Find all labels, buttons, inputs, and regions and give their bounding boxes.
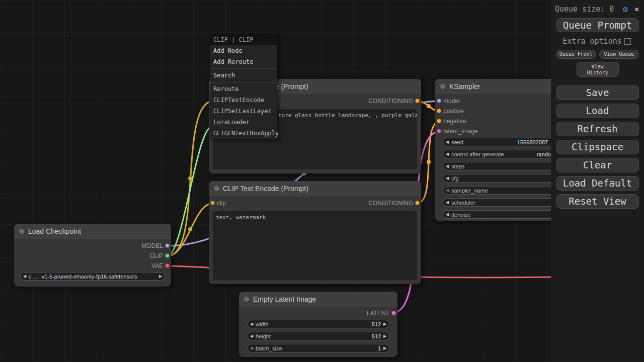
menu-item-search[interactable]: Search xyxy=(210,70,277,81)
decrement-arrow-icon[interactable]: ◀ xyxy=(248,346,256,350)
save-button[interactable]: Save xyxy=(556,85,639,100)
input-label-latent-image: latent_image xyxy=(443,128,478,134)
extra-options-checkbox[interactable] xyxy=(624,38,631,45)
port-clip-input[interactable] xyxy=(210,201,215,205)
port-negative-input[interactable] xyxy=(437,119,441,123)
output-label-conditioning: CONDITIONING xyxy=(368,98,413,104)
port-conditioning-output[interactable] xyxy=(415,201,420,205)
widget-label: width xyxy=(256,321,269,327)
settings-gear-icon[interactable]: ⚙ xyxy=(623,4,628,14)
widget-label: seed xyxy=(451,139,463,145)
port-latent-image-input[interactable] xyxy=(437,129,441,133)
widget-label: control after generate xyxy=(451,151,504,157)
widget-label: c ... xyxy=(29,274,38,280)
collapse-dot-icon[interactable] xyxy=(214,186,219,191)
node-graph-canvas[interactable]: Load Checkpoint MODEL CLIP VAE ◀ c ... v… xyxy=(0,0,644,362)
port-model-input[interactable] xyxy=(437,99,441,103)
decrement-arrow-icon[interactable]: ◀ xyxy=(443,188,451,193)
collapse-dot-icon[interactable] xyxy=(440,84,445,89)
node-title-bar[interactable]: CLIP Text Encode (Prompt) xyxy=(209,181,421,196)
menu-item-add-reroute[interactable]: Add Reroute xyxy=(210,56,277,67)
widget-value: 1566802087 xyxy=(517,139,548,145)
wire-conditioning-negative-midpoint xyxy=(427,160,431,164)
port-latent-output[interactable] xyxy=(391,311,396,315)
node-empty-latent-image[interactable]: Empty Latent Image LATENT ◀ width 512 ▶ … xyxy=(239,292,397,357)
load-button[interactable]: Load xyxy=(556,104,639,118)
node-title: CLIP Text Encode (Prompt) xyxy=(223,185,308,193)
load-default-button[interactable]: Load Default xyxy=(556,176,639,191)
port-positive-input[interactable] xyxy=(437,109,441,113)
clipspace-button[interactable]: Clipspace xyxy=(556,140,639,154)
decrement-arrow-icon[interactable]: ◀ xyxy=(248,334,256,338)
increment-arrow-icon[interactable]: ▶ xyxy=(381,334,389,338)
batch-size-widget[interactable]: ◀ batch_size 1 ▶ xyxy=(247,344,389,352)
input-label-clip: clip xyxy=(217,200,226,206)
widget-label: cfg xyxy=(451,175,459,182)
wire-clip-2-midpoint xyxy=(188,227,192,231)
ckpt-name-widget[interactable]: ◀ c ... v1-5-pruned-emaonly-fp16.safeten… xyxy=(20,272,165,281)
menu-item-loraloader[interactable]: LoraLoader xyxy=(210,117,277,128)
queue-size-label: Queue size: 0 xyxy=(555,5,623,14)
port-vae-output[interactable] xyxy=(165,263,170,268)
widget-label: sampler_name xyxy=(451,188,488,194)
output-label-clip: CLIP xyxy=(149,253,163,259)
decrement-arrow-icon[interactable]: ◀ xyxy=(443,164,451,168)
menu-item-clipsetlastlayer[interactable]: CLIPSetLastLayer xyxy=(210,106,277,117)
node-load-checkpoint[interactable]: Load Checkpoint MODEL CLIP VAE ◀ c ... v… xyxy=(14,224,171,287)
input-label-positive: positive xyxy=(443,108,464,114)
widget-label: denoise xyxy=(451,212,471,218)
extra-options-label: Extra options xyxy=(562,37,621,46)
comfyui-menu-panel: Queue size: 0 ⚙ ✕ Queue Prompt Extra opt… xyxy=(551,0,644,362)
decrement-arrow-icon[interactable]: ◀ xyxy=(21,274,29,279)
decrement-arrow-icon[interactable]: ◀ xyxy=(443,212,451,217)
output-label-vae: VAE xyxy=(151,263,163,269)
node-title-bar[interactable]: Load Checkpoint xyxy=(14,224,171,239)
increment-arrow-icon[interactable]: ▶ xyxy=(381,346,389,350)
decrement-arrow-icon[interactable]: ◀ xyxy=(443,152,451,156)
decrement-arrow-icon[interactable]: ◀ xyxy=(443,140,451,144)
refresh-button[interactable]: Refresh xyxy=(556,122,639,136)
decrement-arrow-icon[interactable]: ◀ xyxy=(443,176,451,180)
output-label-conditioning: CONDITIONING xyxy=(368,200,413,206)
node-clip-text-encode-2[interactable]: CLIP Text Encode (Prompt) clip CONDITION… xyxy=(209,181,421,284)
height-widget[interactable]: ◀ height 512 ▶ xyxy=(247,332,389,340)
view-queue-button[interactable]: View Queue xyxy=(599,50,639,59)
input-label-negative: negative xyxy=(443,118,466,124)
widget-label: height xyxy=(256,333,271,339)
menu-item-reroute[interactable]: Reroute xyxy=(210,83,277,95)
input-label-model: model xyxy=(443,98,460,104)
link-release-context-menu: CLIP | CLIP Add Node Add Reroute Search … xyxy=(210,34,277,139)
menu-separator xyxy=(210,68,277,69)
decrement-arrow-icon[interactable]: ◀ xyxy=(443,200,451,205)
close-icon[interactable]: ✕ xyxy=(634,5,639,14)
queue-front-button[interactable]: Queue Front xyxy=(556,50,596,59)
reset-view-button[interactable]: Reset View xyxy=(556,194,639,209)
menu-item-add-node[interactable]: Add Node xyxy=(210,45,277,56)
node-title: Load Checkpoint xyxy=(28,227,81,235)
menu-item-cliptextencode[interactable]: CLIPTextEncode xyxy=(210,95,277,106)
port-clip-output[interactable] xyxy=(165,253,170,258)
port-model-output[interactable] xyxy=(165,243,170,248)
queue-prompt-button[interactable]: Queue Prompt xyxy=(556,18,639,32)
node-title: Empty Latent Image xyxy=(253,295,316,303)
decrement-arrow-icon[interactable]: ◀ xyxy=(248,322,256,326)
widget-label: batch_size xyxy=(256,345,282,351)
collapse-dot-icon[interactable] xyxy=(19,229,24,234)
increment-arrow-icon[interactable]: ▶ xyxy=(381,322,389,326)
node-title-bar[interactable]: Empty Latent Image xyxy=(239,292,397,307)
widget-label: scheduler xyxy=(451,200,475,206)
menu-separator xyxy=(210,82,277,82)
wire-clip-dragging xyxy=(168,127,212,256)
menu-item-gligentextboxapply[interactable]: GLIGENTextBoxApply xyxy=(210,128,277,139)
widget-value: 512 xyxy=(372,321,381,327)
collapse-dot-icon[interactable] xyxy=(244,297,249,302)
prompt-textarea[interactable]: text, watermark xyxy=(213,211,417,280)
node-title: KSampler xyxy=(449,82,480,90)
width-widget[interactable]: ◀ width 512 ▶ xyxy=(247,320,389,328)
increment-arrow-icon[interactable]: ▶ xyxy=(156,274,165,279)
clear-button[interactable]: Clear xyxy=(556,158,639,172)
widget-value: v1-5-pruned-emaonly-fp16.safetensors xyxy=(42,274,137,280)
port-conditioning-output[interactable] xyxy=(415,99,420,103)
output-label-model: MODEL xyxy=(141,243,163,249)
view-history-button[interactable]: View History xyxy=(577,62,619,77)
